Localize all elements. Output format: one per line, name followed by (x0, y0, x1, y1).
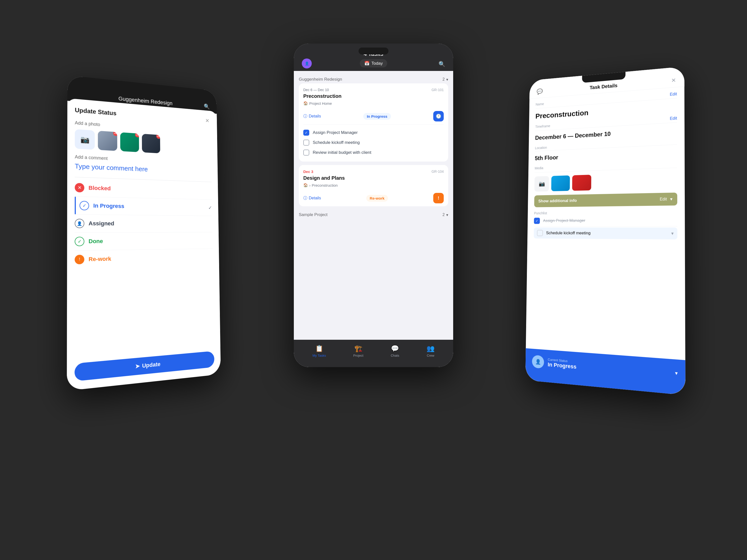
crew-icon: 👥 (427, 345, 435, 352)
search-icon[interactable]: 🔍 (204, 103, 210, 110)
divider-location (535, 144, 677, 151)
count-num-sample: 2 (442, 213, 445, 217)
update-button[interactable]: ➤ Update (74, 351, 214, 381)
status-badge-in-progress: In Progress (363, 113, 391, 120)
media-thumb-1[interactable] (551, 176, 570, 191)
name-edit-button[interactable]: Edit (670, 92, 677, 97)
project-label: Project (353, 354, 363, 357)
selected-checkmark: ✓ (208, 205, 212, 211)
check-item-2[interactable]: Schedule kickoff meeting (303, 138, 444, 148)
project-header-guggenheim: Guggenheim Redesign 2 ▾ (299, 75, 448, 83)
chat-icon[interactable]: 💬 (537, 88, 543, 95)
search-button[interactable]: 🔍 (438, 61, 445, 68)
photo-thumb-3[interactable]: — (142, 134, 160, 153)
show-info-right: Edit ▾ (660, 196, 672, 202)
task-icon-warning: ! (433, 193, 444, 203)
task-footer-1: ⓘ Details In Progress 🕐 (303, 108, 444, 125)
project-icon: 🏗️ (354, 345, 362, 352)
checkbox-1[interactable]: ✓ (303, 130, 309, 136)
details-label-2: Details (309, 196, 321, 201)
close-button-right[interactable]: ✕ (671, 77, 676, 84)
punch-text-2: Schedule kickoff meeting (546, 231, 591, 236)
location-field: Location 5th Floor (535, 139, 677, 162)
done-label: Done (88, 238, 103, 245)
punchlist-label: Punchlist (534, 211, 547, 215)
location-text-1: Project Home (309, 101, 332, 106)
remove-photo-2[interactable]: — (135, 132, 139, 138)
close-button[interactable]: ✕ (204, 117, 211, 125)
punch-item-2: Schedule kickoff meeting ▾ (534, 228, 677, 239)
nav-my-tasks[interactable]: 📋 My Tasks (312, 345, 326, 357)
location-text-2: Preconstruction (312, 183, 338, 187)
project-header-sample: Sample Project 2 ▾ (299, 210, 448, 219)
remove-photo-1[interactable]: — (113, 131, 117, 136)
task-icon-clock: 🕐 (433, 111, 444, 122)
status-item-in-progress[interactable]: ✓ In Progress ✓ (75, 196, 212, 216)
task-card-header-2: Dec 3 GR-104 (303, 169, 444, 174)
status-item-done[interactable]: ✓ Done (75, 233, 213, 251)
crew-label: Crew (427, 354, 434, 357)
checklist-1: ✓ Assign Project Manager Schedule kickof… (303, 125, 444, 162)
project-name-sample: Sample Project (299, 212, 328, 217)
checkbox-3[interactable] (303, 150, 309, 156)
check-item-1[interactable]: ✓ Assign Project Manager (303, 128, 444, 138)
task-date-2: Dec 3 (303, 169, 313, 174)
show-info-edit[interactable]: Edit (660, 197, 667, 202)
scene: Guggenheim Redesign 🔍 Update Status ✕ Ad… (50, 31, 697, 529)
media-label: Media (535, 166, 543, 170)
name-value: Preconstruction (535, 108, 588, 120)
timeframe-edit-button[interactable]: Edit (670, 116, 677, 121)
punch-text-1: Assign Project Manager (543, 218, 585, 223)
info-icon-2: ⓘ (303, 196, 307, 201)
chevron-down-icon: ▾ (446, 77, 448, 82)
photo-thumb-2[interactable]: — (120, 132, 139, 152)
details-link-2[interactable]: ⓘ Details (303, 196, 321, 201)
center-scroll-content: Guggenheim Redesign 2 ▾ Dec 6 — Dec 10 G… (294, 71, 453, 227)
home-icon-2: 🏠 (303, 183, 308, 187)
add-photo-button[interactable]: 📷 (75, 129, 95, 150)
punch-check-1[interactable]: ✓ (534, 218, 540, 224)
current-status-info: Current Status In Progress (547, 357, 576, 370)
media-add-button[interactable]: 📷 (534, 176, 549, 192)
check-item-3[interactable]: Review initial budget with client (303, 148, 444, 158)
date-pill[interactable]: 📅 Today (360, 59, 387, 68)
task-card-header-1: Dec 6 — Dec 10 GR-101 (303, 88, 444, 92)
my-tasks-icon: 📋 (315, 345, 323, 352)
timeframe-label: Timeframe (535, 124, 550, 129)
status-avatar: 👤 (532, 355, 544, 369)
sample-project-section: Sample Project 2 ▾ (299, 210, 448, 219)
details-label-1: Details (309, 114, 321, 118)
remove-photo-3[interactable]: — (156, 134, 160, 139)
task-id-2: GR-104 (432, 169, 444, 174)
checkbox-2[interactable] (303, 140, 309, 145)
check-text-3: Review initial budget with client (313, 150, 371, 155)
punchlist-section: Punchlist ✓ Assign Project Manager Sched… (534, 210, 677, 239)
current-status-bar[interactable]: 👤 Current Status In Progress ▾ (525, 348, 686, 395)
task-card-preconstruction[interactable]: Dec 6 — Dec 10 GR-101 Preconstruction 🏠 … (299, 83, 448, 162)
punch-check-2[interactable] (537, 230, 543, 236)
status-item-assigned[interactable]: 👤 Assigned (75, 215, 212, 233)
task-card-design[interactable]: Dec 3 GR-104 Design and Plans 🏠 › Precon… (299, 165, 448, 206)
status-item-blocked[interactable]: ✕ Blocked (75, 179, 212, 199)
home-icon: 🏠 (303, 101, 308, 106)
date-label: Today (371, 61, 383, 66)
details-link-1[interactable]: ⓘ Details (303, 114, 321, 119)
phone-center: 👤 4 Tasks 📅 Today 🔍 Guggenheim Redesign … (294, 44, 453, 367)
task-date-1: Dec 6 — Dec 10 (303, 88, 329, 92)
status-item-rework[interactable]: ! Re-work (75, 249, 213, 269)
nav-chats[interactable]: 💬 Chats (391, 345, 399, 357)
media-thumb-2[interactable] (572, 175, 591, 191)
check-text-2: Schedule kickoff meeting (313, 140, 360, 145)
nav-crew[interactable]: 👥 Crew (427, 345, 435, 357)
nav-project[interactable]: 🏗️ Project (353, 345, 363, 357)
photo-thumb-1[interactable]: — (98, 131, 117, 151)
show-additional-info-bar[interactable]: Show additional info Edit ▾ (534, 193, 677, 207)
media-collapse-icon[interactable]: ▾ (675, 161, 677, 167)
update-icon: ➤ (135, 363, 139, 370)
bottom-nav: 📋 My Tasks 🏗️ Project 💬 Chats 👥 Crew (294, 340, 453, 367)
status-list: ✕ Blocked ✓ In Progress ✓ 👤 Assigned (75, 179, 213, 269)
punch-expand-icon[interactable]: ▾ (671, 231, 674, 236)
task-footer-2: ⓘ Details Re-work ! (303, 190, 444, 206)
location-value: 5th Floor (535, 154, 558, 162)
status-chevron-icon: ▾ (675, 370, 678, 377)
